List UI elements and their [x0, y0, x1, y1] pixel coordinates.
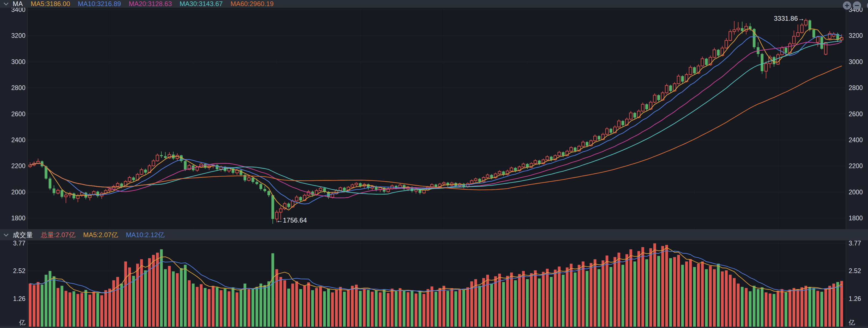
candle-body-down [820, 37, 823, 48]
candle-body-up [442, 183, 445, 184]
candle-body-down [271, 195, 274, 219]
volume-bar [375, 290, 378, 327]
volume-bar [765, 292, 768, 327]
candle-body-up [522, 164, 525, 167]
candle-body-up [319, 188, 322, 191]
volume-bar [367, 290, 370, 327]
candle-body-down [184, 161, 187, 169]
volume-unit-label: 亿 [19, 319, 25, 326]
volume-bar [797, 289, 799, 327]
candle-body-up [295, 197, 298, 201]
candle-body-up [582, 142, 585, 146]
candle-body-down [164, 156, 167, 158]
chevron-down-icon[interactable] [3, 232, 9, 238]
volume-bar [466, 287, 469, 327]
volume-bar [37, 282, 39, 327]
volume-axis-label: 3.77 [849, 240, 861, 247]
volume-bar [184, 265, 187, 327]
volume-bar [781, 289, 783, 327]
volume-bar [176, 273, 179, 327]
indicator-title: MA [13, 0, 23, 8]
volume-bar [379, 292, 381, 327]
candle-body-down [478, 179, 481, 182]
volume-bar [446, 291, 449, 327]
volume-bar [108, 289, 111, 327]
chevron-down-icon[interactable] [3, 1, 9, 7]
volume-bar [725, 270, 728, 327]
volume-bar [279, 277, 282, 327]
kline-chart[interactable]: 3400340032003200300030002800280026002600… [0, 0, 868, 328]
volume-bar [287, 289, 290, 327]
volume-bar [649, 248, 652, 327]
volume-bar [383, 290, 386, 327]
volume-bar [124, 261, 127, 327]
zoom-in-button[interactable] [843, 1, 851, 10]
volume-bar [81, 293, 83, 327]
volume-bar [462, 290, 465, 327]
volume-bar [645, 259, 648, 327]
volume-bar [244, 284, 246, 327]
candle-body-down [808, 21, 811, 30]
candle-body-up [689, 67, 692, 74]
candle-body-down [216, 165, 219, 169]
volume-bar [633, 261, 636, 327]
volume-bar [518, 274, 521, 327]
volume-bar [204, 288, 207, 327]
volume-bar [371, 292, 373, 327]
volume-bar [57, 288, 59, 327]
volume-bar [729, 275, 732, 327]
candle-body-up [737, 28, 740, 30]
volume-bar [566, 267, 568, 327]
price-axis-label: 3000 [849, 58, 863, 65]
partial-button[interactable] [867, 1, 868, 10]
volume-bar [546, 269, 549, 327]
volume-bar [140, 259, 143, 327]
candle-body-up [816, 37, 819, 42]
volume-bar [275, 269, 278, 327]
volume-bar [192, 284, 194, 327]
candle-body-down [784, 48, 787, 53]
candle-body-up [128, 177, 131, 182]
volume-axis-label: 3.77 [13, 240, 25, 247]
volume-bar [534, 270, 537, 327]
volume-bar [172, 271, 175, 327]
volume-bar [836, 282, 839, 327]
zoom-out-button[interactable] [852, 1, 861, 10]
volume-bar [673, 257, 676, 327]
candle-body-down [562, 152, 565, 156]
stock-chart-app: { "indicator_header": { "title": "MA", "… [0, 0, 868, 328]
volume-bar [128, 267, 131, 327]
volume-bar [625, 254, 628, 327]
bottom-scrollbar[interactable] [0, 327, 868, 328]
volume-bar [578, 265, 581, 327]
candle-body-down [514, 168, 517, 171]
volume-bar [85, 290, 87, 327]
price-axis-label: 2800 [11, 84, 25, 91]
volume-bar [689, 259, 692, 327]
volume-bar [450, 288, 453, 327]
volume-bar [490, 284, 493, 327]
volume-bar [216, 287, 219, 327]
candle-body-up [777, 55, 779, 64]
volume-bar [788, 290, 791, 327]
volume-bar [494, 276, 497, 327]
volume-bar [713, 269, 716, 327]
volume-bar [41, 285, 43, 327]
candle-body-down [574, 147, 577, 151]
volume-bar [602, 260, 604, 327]
candle-body-down [120, 184, 123, 187]
ma20-value: MA20:3128.63 [129, 0, 172, 8]
volume-bar [363, 289, 366, 327]
volume-bar [231, 287, 234, 327]
candle-body-up [801, 25, 803, 33]
volume-bar [430, 286, 433, 327]
volume-bar [530, 273, 533, 327]
candle-body-down [645, 104, 648, 109]
volume-bar [303, 286, 306, 327]
price-axis-label: 1800 [11, 215, 25, 222]
volume-bar [359, 291, 362, 327]
candle-body-up [617, 121, 620, 127]
candle-body-up [351, 185, 353, 187]
volume-bar [697, 264, 700, 327]
volume-bar [617, 253, 620, 327]
